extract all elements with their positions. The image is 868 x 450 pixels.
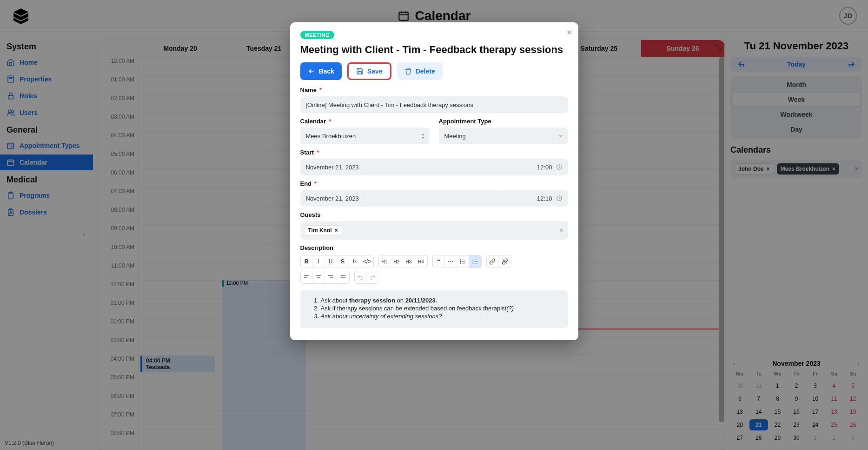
h2-button[interactable]: H2: [391, 255, 403, 268]
sidebar-item-dossiers[interactable]: Dossiers: [0, 204, 93, 220]
unlink-button[interactable]: [499, 255, 511, 268]
calendar-cell[interactable]: [557, 410, 641, 429]
calendar-cell[interactable]: [641, 392, 725, 410]
name-field[interactable]: [Online] Meeting with Client - Tim - Fee…: [300, 96, 568, 113]
h3-button[interactable]: H3: [403, 255, 415, 268]
mini-cal-day[interactable]: 18: [825, 406, 844, 417]
day-header[interactable]: Sunday 26: [641, 40, 725, 57]
mini-cal-day[interactable]: 29: [768, 432, 787, 443]
calendar-cell[interactable]: [641, 317, 725, 336]
today-button[interactable]: Today: [753, 57, 840, 72]
calendar-cell[interactable]: [139, 224, 222, 243]
mini-cal-day[interactable]: 4: [825, 380, 844, 391]
end-time-field[interactable]: 12:10: [503, 190, 568, 207]
remove-chip-icon[interactable]: ×: [832, 166, 835, 172]
collapse-sidebar-icon[interactable]: ‹: [78, 228, 89, 240]
calendar-cell[interactable]: [390, 392, 473, 410]
calendar-cell[interactable]: [139, 392, 222, 410]
calendar-cell[interactable]: [641, 373, 725, 392]
calendar-cell[interactable]: [557, 429, 641, 448]
mini-cal-day[interactable]: 5: [843, 380, 862, 391]
link-button[interactable]: [487, 255, 499, 268]
next-period-button[interactable]: [840, 57, 862, 72]
sidebar-item-users[interactable]: Users: [0, 105, 93, 121]
calendar-cell[interactable]: [306, 429, 390, 448]
hr-button[interactable]: ⋯: [445, 255, 457, 268]
mini-cal-day[interactable]: 28: [749, 432, 769, 443]
align-justify-button[interactable]: [337, 271, 349, 283]
sidebar-item-home[interactable]: Home: [0, 54, 93, 70]
calendar-cell[interactable]: [641, 280, 725, 299]
calendar-cell[interactable]: [139, 373, 222, 392]
calendar-cell[interactable]: [139, 262, 222, 280]
mini-cal-day[interactable]: 27: [730, 432, 749, 443]
calendar-scrollbar[interactable]: [719, 57, 724, 450]
mini-cal-day[interactable]: 8: [768, 393, 787, 404]
guests-field[interactable]: Tim Knol × ×: [300, 221, 568, 240]
view-option-week[interactable]: Week: [732, 93, 861, 106]
mini-cal-day[interactable]: 1: [806, 432, 825, 443]
clear-guests-icon[interactable]: ×: [559, 227, 563, 234]
mini-cal-day[interactable]: 21: [749, 419, 769, 430]
calendar-cell[interactable]: [139, 75, 222, 94]
appointment-type-select[interactable]: Meeting ×: [439, 128, 568, 144]
calendar-cell[interactable]: [390, 429, 473, 448]
description-editor[interactable]: Ask about therapy session on 20/11/2023.…: [300, 290, 568, 328]
calendar-cell[interactable]: [641, 75, 725, 94]
end-date-field[interactable]: November 21, 2023: [300, 190, 503, 207]
calendar-cell[interactable]: [641, 206, 725, 224]
calendar-cell[interactable]: [641, 262, 725, 280]
calendar-cell[interactable]: [139, 57, 222, 75]
calendar-cell[interactable]: [641, 243, 725, 262]
mini-cal-day[interactable]: 22: [768, 419, 787, 430]
mini-cal-day[interactable]: 6: [730, 393, 749, 404]
save-button[interactable]: Save: [347, 62, 391, 80]
avatar[interactable]: JD: [839, 7, 857, 25]
prev-period-button[interactable]: [730, 57, 753, 72]
calendar-cell[interactable]: [474, 355, 557, 373]
calendars-selector[interactable]: John Doe×Mees Broekhuizen××: [730, 160, 862, 178]
ordered-list-button[interactable]: 123: [469, 255, 481, 268]
mini-cal-day[interactable]: 12: [843, 393, 862, 404]
mini-cal-day[interactable]: 19: [843, 406, 862, 417]
calendar-cell[interactable]: [641, 113, 725, 131]
calendar-event[interactable]: 04:00 PMTestsada: [140, 356, 215, 372]
mini-cal-day[interactable]: 20: [730, 419, 749, 430]
calendar-cell[interactable]: [641, 187, 725, 206]
clear-calendars-icon[interactable]: ×: [855, 165, 859, 173]
quote-button[interactable]: ❝: [433, 255, 445, 268]
mini-cal-day[interactable]: 11: [825, 393, 844, 404]
view-option-month[interactable]: Month: [732, 78, 861, 91]
start-date-field[interactable]: November 21, 2023: [300, 159, 503, 175]
mini-cal-day[interactable]: 26: [843, 419, 862, 430]
mini-cal-day[interactable]: 2: [825, 432, 844, 443]
calendar-cell[interactable]: [641, 336, 725, 355]
mini-cal-day[interactable]: 9: [787, 393, 806, 404]
calendar-cell[interactable]: [474, 373, 557, 392]
calendar-cell[interactable]: [641, 57, 725, 75]
calendar-cell[interactable]: [306, 410, 390, 429]
strike-button[interactable]: S: [337, 255, 349, 268]
italic-button[interactable]: I: [313, 255, 325, 268]
calendar-cell[interactable]: [139, 280, 222, 299]
calendar-cell[interactable]: [306, 392, 390, 410]
calendar-cell[interactable]: [139, 113, 222, 131]
sidebar-item-properties[interactable]: Properties: [0, 71, 93, 87]
calendar-cell[interactable]: [557, 392, 641, 410]
calendar-cell[interactable]: [641, 410, 725, 429]
clear-format-button[interactable]: I×: [349, 255, 361, 268]
bullet-list-button[interactable]: [457, 255, 469, 268]
guest-chip[interactable]: Tim Knol ×: [304, 225, 342, 235]
calendar-cell[interactable]: [139, 206, 222, 224]
calendar-cell[interactable]: [474, 410, 557, 429]
mini-cal-day[interactable]: 14: [749, 406, 769, 417]
calendar-cell[interactable]: [306, 355, 390, 373]
calendar-cell[interactable]: [641, 299, 725, 317]
code-button[interactable]: </>: [361, 255, 373, 268]
mini-cal-day[interactable]: 1: [768, 380, 787, 391]
mini-cal-day[interactable]: 13: [730, 406, 749, 417]
sidebar-item-calendar[interactable]: Calendar: [0, 154, 93, 170]
mini-cal-day[interactable]: 17: [806, 406, 825, 417]
mini-cal-day[interactable]: 16: [787, 406, 806, 417]
calendar-cell[interactable]: [139, 94, 222, 113]
